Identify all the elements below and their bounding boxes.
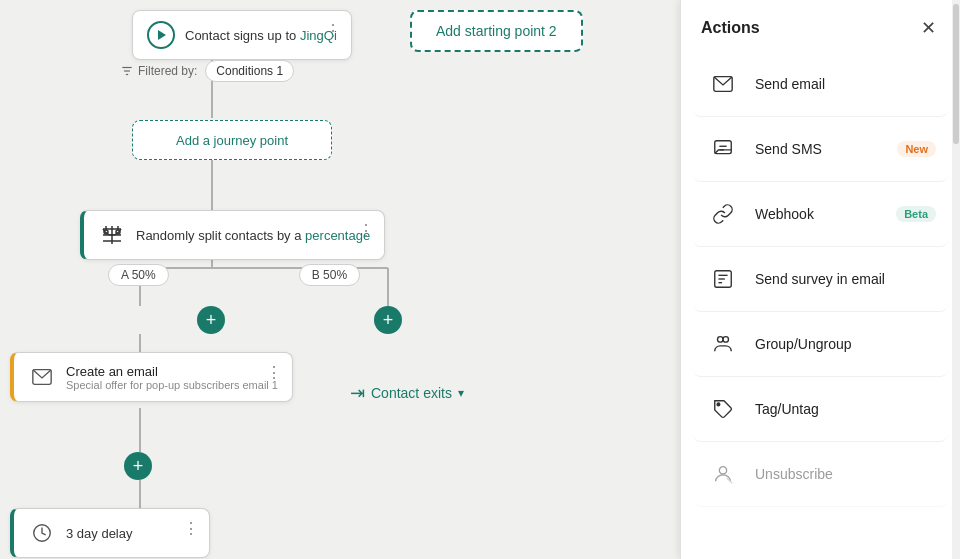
split-icon [98,221,126,249]
add-starting-point-2-node[interactable]: Add starting point 2 [410,10,583,52]
action-item-send-survey[interactable]: Send survey in email [693,247,948,312]
svg-point-26 [718,337,724,343]
plus-button-right[interactable]: + [374,306,402,334]
delay-more[interactable]: ⋮ [183,519,199,538]
exits-icon: ⇥ [350,382,365,404]
delay-node: 3 day delay ⋮ [10,508,210,558]
panel-scrollbar[interactable] [952,0,960,559]
filter-badge[interactable]: Conditions 1 [205,60,294,82]
send-survey-icon [705,261,741,297]
action-item-tag-untag[interactable]: Tag/Untag [693,377,948,442]
a-label: A 50% [108,264,169,286]
add-journey-point-node[interactable]: Add a journey point [132,120,332,160]
webhook-label: Webhook [755,206,896,222]
action-item-send-sms[interactable]: Send SMSNew [693,117,948,182]
unsubscribe-icon [705,456,741,492]
actions-panel: Actions ✕ Send emailSend SMSNewWebhookBe… [680,0,960,559]
add-journey-label: Add a journey point [176,133,288,148]
exits-chevron-icon: ▾ [458,386,464,400]
workflow-canvas: Contact signs up to JingQi ⋮ Add startin… [0,0,680,559]
webhook-icon [705,196,741,232]
email-node: Create an email Special offer for pop-up… [10,352,293,402]
actions-panel-header: Actions ✕ [681,0,960,52]
delay-icon [28,519,56,547]
email-icon [28,363,56,391]
contact-signup-node: Contact signs up to JingQi ⋮ [132,10,352,60]
svg-point-28 [717,403,720,406]
action-item-group-ungroup[interactable]: Group/Ungroup [693,312,948,377]
action-item-unsubscribe: Unsubscribe [693,442,948,507]
plus-button-left[interactable]: + [197,306,225,334]
webhook-badge: Beta [896,206,936,222]
contact-signup-more[interactable]: ⋮ [325,21,341,40]
email-text: Create an email Special offer for pop-up… [66,364,278,391]
filter-label: Filtered by: [120,64,197,78]
group-ungroup-label: Group/Ungroup [755,336,936,352]
split-node: Randomly split contacts by a percentage … [80,210,385,260]
add-start-2-label: Add starting point 2 [436,23,557,39]
actions-panel-title: Actions [701,19,760,37]
send-sms-icon [705,131,741,167]
close-panel-button[interactable]: ✕ [916,16,940,40]
action-item-send-email[interactable]: Send email [693,52,948,117]
split-text: Randomly split contacts by a percentage [136,228,370,243]
send-sms-badge: New [897,141,936,157]
send-sms-label: Send SMS [755,141,897,157]
send-email-icon [705,66,741,102]
contact-signup-text: Contact signs up to JingQi [185,28,337,43]
actions-list: Send emailSend SMSNewWebhookBetaSend sur… [681,52,960,559]
contact-exits-node[interactable]: ⇥ Contact exits ▾ [350,382,464,404]
ab-labels: A 50% B 50% [108,264,360,286]
scrollbar-thumb [953,4,959,144]
split-more[interactable]: ⋮ [358,221,374,240]
send-email-label: Send email [755,76,936,92]
exits-label: Contact exits [371,385,452,401]
b-label: B 50% [299,264,360,286]
play-icon [147,21,175,49]
group-ungroup-icon [705,326,741,362]
svg-point-29 [719,467,726,474]
plus-button-bottom[interactable]: + [124,452,152,480]
svg-point-27 [723,337,729,343]
tag-untag-label: Tag/Untag [755,401,936,417]
action-item-webhook[interactable]: WebhookBeta [693,182,948,247]
email-more[interactable]: ⋮ [266,363,282,382]
delay-text: 3 day delay [66,526,133,541]
send-survey-label: Send survey in email [755,271,936,287]
unsubscribe-label: Unsubscribe [755,466,936,482]
filter-row: Filtered by: Conditions 1 [120,60,294,82]
tag-untag-icon [705,391,741,427]
